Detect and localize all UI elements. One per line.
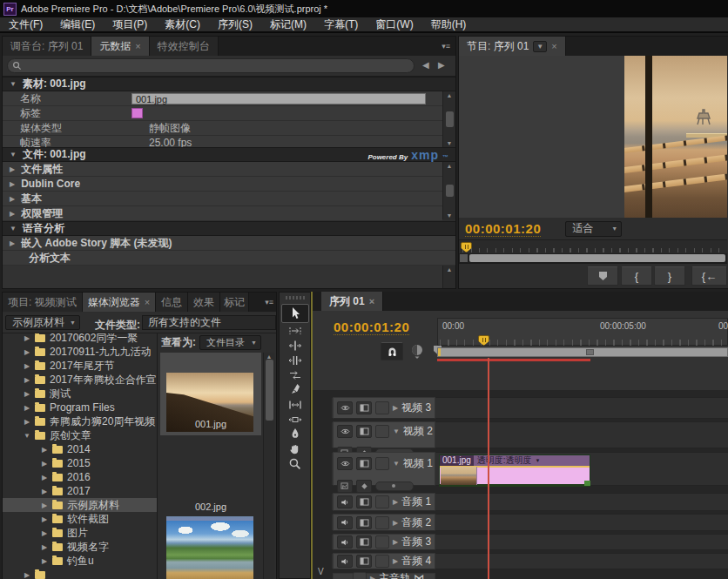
file-type-dropdown[interactable]: 所有支持的文件 (142, 315, 276, 330)
tab-program-monitor[interactable]: 节目: 序列 01 ▼ × (459, 37, 566, 56)
set-display-style-icon[interactable] (356, 535, 372, 549)
thumbnail-label[interactable]: 002.jpg (160, 502, 261, 512)
tree-item[interactable]: ▶2015 (3, 456, 157, 470)
chevron-down-icon[interactable]: ▼ (533, 41, 547, 52)
collapse-track-icon[interactable]: ▼ (393, 460, 400, 468)
panel-grip[interactable] (286, 296, 305, 300)
track-lock-toggle[interactable] (353, 572, 367, 579)
toggle-track-output-icon[interactable] (337, 425, 353, 438)
track-lock-toggle[interactable] (375, 535, 389, 549)
clip-001[interactable]: 001.jpg 透明度:透明度 ▼ (439, 454, 590, 487)
tab-media-browser[interactable]: 媒体浏览器× (83, 293, 156, 312)
hand-tool[interactable] (282, 441, 308, 456)
group-basic[interactable]: ▶基本 (3, 192, 442, 206)
clip-title-bar[interactable]: 001.jpg 透明度:透明度 ▼ (440, 455, 590, 466)
tree-item[interactable]: ▶20170602同学一聚 (3, 333, 157, 345)
track-lock-toggle[interactable] (375, 555, 389, 568)
add-marker-button[interactable] (587, 266, 618, 286)
keyframe-display-icon[interactable] (337, 480, 353, 493)
tab-sequence-01[interactable]: 序列 01× (321, 292, 383, 311)
fit-dropdown[interactable]: 适合▼ (565, 221, 622, 237)
clip-section-header[interactable]: ▼ 素材: 001.jpg (3, 77, 455, 91)
tab-info[interactable]: 信息 (156, 293, 188, 312)
tab-markers[interactable]: 标记 (220, 293, 249, 312)
toggle-track-output-icon[interactable] (337, 457, 353, 470)
track-lock-toggle[interactable] (375, 401, 389, 414)
set-display-style-icon[interactable] (356, 425, 372, 438)
expand-track-icon[interactable]: ▶ (393, 538, 398, 546)
track-header-audio1[interactable]: ▶ 音频 1 (333, 493, 435, 511)
pen-tool[interactable] (282, 427, 308, 441)
menu-sequence[interactable]: 序列(S) (209, 17, 261, 32)
menu-project[interactable]: 项目(P) (104, 17, 156, 32)
menu-title[interactable]: 字幕(T) (315, 17, 367, 32)
name-input[interactable]: 001.jpg (131, 93, 426, 104)
track-lock-toggle[interactable] (375, 495, 389, 508)
expand-track-icon[interactable]: ▶ (393, 404, 398, 412)
collapse-track-icon[interactable]: ▼ (393, 428, 400, 435)
tree-item[interactable]: ▶2014 (3, 442, 157, 456)
thumbnail-scrollbar[interactable]: ▲ (263, 353, 274, 579)
menu-clip[interactable]: 素材(C) (156, 17, 209, 32)
timeline-ruler[interactable]: 00:00 00:00:05:00 00: (437, 318, 728, 346)
tree-item-partial[interactable]: ▶ (3, 568, 157, 579)
tree-item[interactable]: ▶测试 (3, 387, 157, 401)
search-prev-icon[interactable]: ◀ (422, 60, 429, 70)
thumbnail-label[interactable]: 001.jpg (160, 419, 261, 429)
expand-track-icon[interactable]: ▶ (370, 575, 375, 579)
group-dublin-core[interactable]: ▶Dublin Core (3, 177, 442, 192)
speaker-icon[interactable] (337, 495, 353, 508)
close-icon[interactable]: × (369, 296, 374, 306)
label-color-swatch[interactable] (131, 108, 143, 118)
clip-scrollbar[interactable]: ▲▼ (442, 91, 455, 147)
timeline-timecode[interactable]: 00:00:01:20 (334, 320, 409, 335)
set-display-style-icon[interactable] (356, 495, 372, 508)
track-lock-toggle[interactable] (375, 425, 389, 438)
zoom-tool[interactable] (282, 456, 308, 471)
selection-tool[interactable] (281, 304, 309, 323)
track-lock-toggle[interactable] (375, 516, 389, 529)
go-to-in-button[interactable]: {← (691, 266, 727, 286)
track-header-video1[interactable]: ▼ 视频 1 (333, 452, 435, 486)
file-section-header[interactable]: ▼ 文件: 001.jpg Powered By xmp ™ (3, 147, 455, 162)
speaker-icon[interactable] (337, 535, 353, 549)
mark-out-button[interactable]: } (654, 266, 685, 286)
track-header-audio4[interactable]: ▶ 音频 4 (333, 553, 435, 569)
track-lock-toggle[interactable] (375, 457, 389, 470)
collapse-icon[interactable]: ▼ (10, 80, 17, 88)
clip-effect-label[interactable]: 透明度:透明度 (477, 454, 532, 467)
close-icon[interactable]: × (145, 297, 150, 307)
tab-audio-mixer[interactable]: 调音台: 序列 01 (3, 37, 91, 56)
expand-track-icon[interactable]: ▶ (393, 498, 398, 506)
track-header-video2[interactable]: ▼ 视频 2 (333, 421, 435, 448)
speaker-icon[interactable] (337, 555, 353, 568)
tree-item[interactable]: ▼原创文章 (3, 428, 157, 442)
tree-item[interactable]: ▶2017 (3, 484, 157, 498)
close-icon[interactable]: × (135, 41, 140, 51)
menu-window[interactable]: 窗口(W) (367, 17, 421, 32)
menu-help[interactable]: 帮助(H) (422, 17, 475, 32)
file-scrollbar[interactable]: ▲▼ (442, 162, 455, 219)
track-header-video3[interactable]: ▶ 视频 3 (333, 397, 435, 419)
clip-end-handle[interactable] (584, 481, 590, 486)
set-display-style-icon[interactable] (356, 457, 372, 470)
add-keyframe-icon[interactable] (356, 480, 372, 493)
close-icon[interactable]: × (551, 41, 556, 51)
ripple-edit-tool[interactable] (282, 338, 308, 353)
tree-item[interactable]: ▶2017年尾牙节 (3, 359, 157, 373)
expand-track-icon[interactable]: ▶ (393, 557, 398, 565)
track-select-tool[interactable] (282, 323, 308, 338)
track-header-master[interactable]: ▶ 主音轨 ⋈ (333, 573, 435, 579)
track-header-audio3[interactable]: ▶ 音频 3 (333, 534, 435, 550)
panel-menu-icon[interactable]: ▾≡ (262, 293, 276, 312)
menu-marker[interactable]: 标记(M) (261, 17, 315, 32)
tree-item[interactable]: ▶Program Files (3, 401, 157, 414)
tree-item[interactable]: ▶软件截图 (3, 512, 157, 526)
tab-effects[interactable]: 效果 (188, 293, 220, 312)
tab-metadata[interactable]: 元数据× (91, 37, 149, 56)
keyframe-nav[interactable] (375, 481, 414, 491)
set-display-style-icon[interactable] (356, 516, 372, 529)
tree-item-selected[interactable]: ▶示例原材料 (3, 498, 157, 512)
speech-section-header[interactable]: ▼ 语音分析 (3, 221, 455, 236)
tree-item[interactable]: ▶视频名字 (3, 540, 157, 554)
